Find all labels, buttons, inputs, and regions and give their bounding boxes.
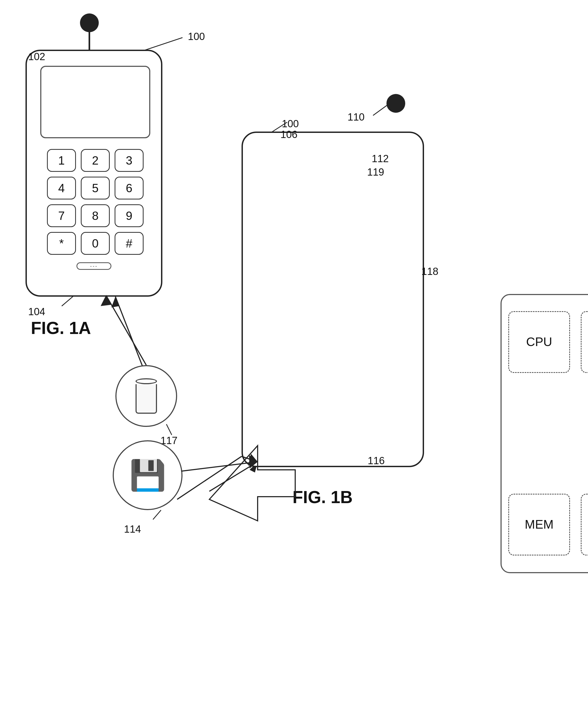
ref-106: 106 (280, 129, 297, 140)
svg-marker-23 (101, 295, 111, 306)
cylinder-icon (135, 378, 157, 414)
phone-screen (40, 66, 150, 138)
ref-110: 110 (348, 111, 364, 123)
key-row-3: 7 8 9 (42, 204, 149, 227)
ref-102: 102 (28, 51, 45, 63)
ref-119: 119 (367, 166, 384, 178)
power-supply-cell: Power Supply (581, 494, 588, 556)
cylinder-mag-circle (115, 365, 177, 427)
inner-module: CPU Trans MEM Power Supply (501, 294, 588, 573)
key-3[interactable]: 3 (114, 149, 144, 172)
key-hash[interactable]: # (114, 232, 144, 255)
key-9[interactable]: 9 (114, 204, 144, 227)
ref-116: 116 (368, 455, 384, 467)
module-antenna-ball (386, 94, 405, 113)
ref-100-left: 100 (188, 31, 205, 42)
floppy-mag-circle: 💾 (113, 440, 183, 510)
svg-marker-16 (111, 297, 120, 307)
phone-keypad: 1 2 3 4 5 6 7 8 9 * 0 # (42, 149, 149, 260)
ref-114: 114 (124, 523, 141, 535)
key-2[interactable]: 2 (81, 149, 110, 172)
fig-1b-label: FIG. 1B (293, 487, 353, 507)
diagram-container: 1 2 3 4 5 6 7 8 9 * 0 # --- (0, 0, 588, 723)
ref-118: 118 (421, 266, 438, 277)
phone-bottom-bar: --- (77, 262, 111, 270)
cylinder-body (135, 384, 157, 414)
ref-104: 104 (28, 306, 45, 317)
key-row-1: 1 2 3 (42, 149, 149, 172)
fig-1a-label: FIG. 1A (31, 318, 91, 338)
cylinder-top (135, 378, 157, 384)
key-4[interactable]: 4 (47, 177, 76, 200)
key-row-2: 4 5 6 (42, 177, 149, 200)
svg-line-13 (209, 462, 258, 491)
key-1[interactable]: 1 (47, 149, 76, 172)
svg-line-19 (177, 456, 241, 499)
key-5[interactable]: 5 (81, 177, 110, 200)
key-0[interactable]: 0 (81, 232, 110, 255)
svg-line-11 (166, 424, 172, 435)
cpu-cell: CPU (508, 311, 570, 373)
floppy-disk-icon: 💾 (129, 458, 166, 493)
phone-antenna-line (88, 32, 90, 50)
ref-112: 112 (372, 153, 388, 165)
key-8[interactable]: 8 (81, 204, 110, 227)
key-7[interactable]: 7 (47, 204, 76, 227)
phone-body: 1 2 3 4 5 6 7 8 9 * 0 # --- (25, 50, 162, 297)
key-row-4: * 0 # (42, 232, 149, 255)
module-box: CPU Trans MEM Power Supply (241, 131, 424, 467)
key-6[interactable]: 6 (114, 177, 144, 200)
svg-line-22 (106, 295, 146, 365)
mem-cell: MEM (508, 494, 570, 556)
trans-cell: Trans (581, 311, 588, 373)
key-star[interactable]: * (47, 232, 76, 255)
phone-antenna-ball (80, 14, 99, 32)
svg-line-12 (153, 510, 161, 519)
svg-line-6 (373, 105, 388, 116)
ref-100-module: 100 (282, 118, 299, 130)
